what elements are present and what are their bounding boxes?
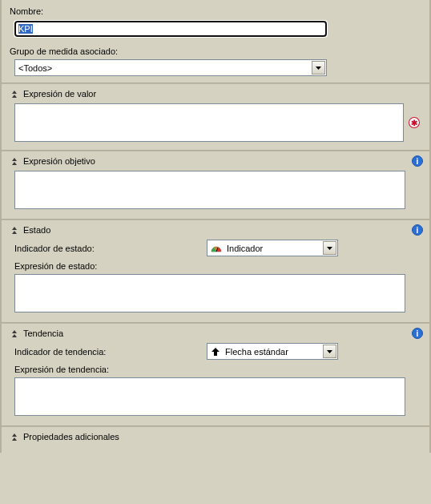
collapse-icon	[10, 329, 18, 338]
collapse-icon	[10, 90, 18, 99]
status-expression-label: Expresión de estado:	[14, 260, 420, 272]
arrow-up-icon	[211, 347, 220, 357]
svg-marker-3	[211, 348, 220, 356]
section-title: Expresión de valor	[23, 89, 96, 99]
trend-indicator-dropdown[interactable]: Flecha estándar	[207, 343, 338, 360]
collapse-icon	[10, 433, 18, 442]
section-status: i Estado Indicador de estado: Indicador	[2, 220, 429, 322]
status-expression-input[interactable]	[14, 274, 405, 312]
trend-expression-input[interactable]	[14, 377, 405, 416]
required-icon: ✱	[409, 117, 420, 128]
gauge-icon	[211, 244, 222, 252]
group-label: Grupo de medida asociado:	[10, 45, 420, 58]
section-title: Propiedades adicionales	[23, 432, 119, 442]
group-dropdown-value: <Todos>	[18, 63, 52, 73]
collapse-icon	[10, 226, 18, 235]
group-dropdown[interactable]: <Todos>	[14, 59, 327, 76]
section-header-goal[interactable]: Expresión objetivo	[10, 156, 420, 166]
section-value-expression: Expresión de valor ✱	[2, 84, 429, 150]
dropdown-button[interactable]	[323, 241, 336, 255]
section-header-value[interactable]: Expresión de valor	[10, 89, 420, 99]
name-label: Nombre:	[10, 5, 420, 18]
svg-marker-0	[316, 67, 321, 70]
section-title: Expresión objetivo	[23, 156, 95, 166]
chevron-down-icon	[327, 350, 332, 353]
status-indicator-dropdown[interactable]: Indicador	[207, 240, 338, 256]
section-additional-properties: Propiedades adicionales	[2, 427, 429, 453]
chevron-down-icon	[316, 67, 321, 70]
section-goal-expression: i Expresión objetivo	[2, 151, 429, 219]
section-title: Tendencia	[23, 329, 63, 338]
chevron-down-icon	[327, 247, 332, 250]
svg-marker-4	[327, 350, 332, 353]
status-indicator-value: Indicador	[227, 244, 263, 253]
collapse-icon	[10, 157, 18, 166]
info-icon[interactable]: i	[412, 328, 423, 339]
dropdown-button[interactable]	[323, 345, 336, 358]
goal-expression-input[interactable]	[14, 171, 405, 209]
section-header-trend[interactable]: Tendencia	[10, 329, 420, 338]
section-trend: i Tendencia Indicador de tendencia: Flec…	[2, 324, 429, 425]
top-block: Nombre: Grupo de medida asociado: <Todos…	[2, 0, 429, 83]
kpi-form: Nombre: Grupo de medida asociado: <Todos…	[0, 0, 431, 453]
trend-expression-label: Expresión de tendencia:	[14, 363, 420, 376]
trend-indicator-label: Indicador de tendencia:	[14, 347, 207, 357]
section-title: Estado	[23, 225, 50, 235]
info-icon[interactable]: i	[412, 155, 423, 167]
info-icon[interactable]: i	[412, 224, 423, 236]
value-expression-input[interactable]	[14, 103, 404, 142]
status-indicator-label: Indicador de estado:	[14, 244, 207, 253]
section-header-additional[interactable]: Propiedades adicionales	[10, 432, 420, 442]
svg-marker-2	[327, 247, 332, 250]
section-header-status[interactable]: Estado	[10, 225, 420, 235]
name-input[interactable]	[14, 21, 327, 37]
dropdown-button[interactable]	[312, 61, 325, 75]
trend-indicator-value: Flecha estándar	[225, 347, 288, 357]
